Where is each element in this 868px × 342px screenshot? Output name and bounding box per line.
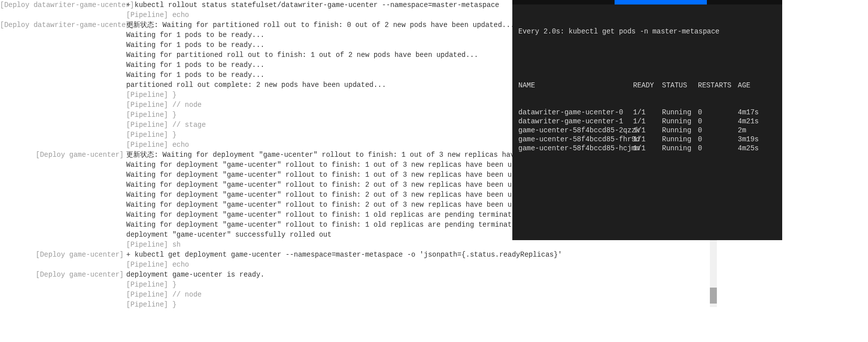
terminal-window[interactable]: Every 2.0s: kubectl get pods -n master-m… [512, 0, 782, 240]
pods-cell-status: Running [662, 126, 698, 135]
log-message: Waiting for 1 pods to be ready... [126, 70, 264, 80]
log-row: [Pipeline] } [0, 300, 693, 310]
terminal-body[interactable]: Every 2.0s: kubectl get pods -n master-m… [512, 4, 782, 195]
log-row: [Pipeline] // node [0, 290, 693, 300]
log-message: + kubectl get deployment game-ucenter --… [126, 250, 562, 260]
pods-cell-name: game-ucenter-58f4bccd85-fhr9d [518, 135, 633, 144]
pods-cell-ready: 1/1 [633, 135, 662, 144]
pods-cell-name: game-ucenter-58f4bccd85-2qzzk [518, 126, 633, 135]
pods-cell-restarts: 0 [698, 117, 738, 126]
pods-table-row: game-ucenter-58f4bccd85-fhr9d1/1Running0… [518, 135, 776, 144]
scrollbar-thumb[interactable] [710, 288, 717, 304]
col-age: AGE [738, 81, 768, 90]
pods-cell-ready: 1/1 [633, 108, 662, 117]
col-status: STATUS [662, 81, 698, 90]
pods-cell-age: 4m17s [738, 108, 768, 117]
pods-cell-name: datawriter-game-ucenter-1 [518, 117, 633, 126]
log-message: Waiting for partitioned roll out to fini… [126, 50, 478, 60]
log-message: Waiting for deployment "game-ucenter" ro… [126, 170, 550, 180]
pods-cell-name: game-ucenter-58f4bccd85-hcjmm [518, 144, 633, 153]
log-stage-tag: [Deploy game-ucenter] [0, 250, 126, 260]
log-message: [Pipeline] } [126, 110, 177, 120]
pods-cell-status: Running [662, 144, 698, 153]
log-message: [Pipeline] echo [126, 140, 189, 150]
log-message: partitioned roll out complete: 2 new pod… [126, 80, 386, 90]
pods-table-row: datawriter-game-ucenter-01/1Running04m17… [518, 108, 776, 117]
log-row: [Deploy game-ucenter]+ kubectl get deplo… [0, 250, 693, 260]
log-message: Waiting for 1 pods to be ready... [126, 40, 264, 50]
pods-cell-ready: 1/1 [633, 126, 662, 135]
pods-table-header: NAME READY STATUS RESTARTS AGE [518, 81, 776, 90]
log-message: + kubectl rollout status statefulset/dat… [126, 0, 499, 10]
log-message: [Pipeline] echo [126, 260, 189, 270]
log-message: Waiting for deployment "game-ucenter" ro… [126, 180, 550, 190]
col-ready: READY [633, 81, 662, 90]
log-stage-tag: [Deploy game-ucenter] [0, 150, 126, 160]
pods-cell-ready: 1/1 [633, 117, 662, 126]
pods-cell-ready: 1/1 [633, 144, 662, 153]
pods-cell-restarts: 0 [698, 135, 738, 144]
terminal-active-tab[interactable] [615, 0, 707, 4]
log-message: Waiting for deployment "game-ucenter" ro… [126, 200, 550, 210]
pods-cell-status: Running [662, 135, 698, 144]
log-row: [Pipeline] } [0, 280, 693, 290]
pods-cell-restarts: 0 [698, 108, 738, 117]
log-stage-tag: [Deploy game-ucenter] [0, 270, 126, 280]
pods-cell-name: datawriter-game-ucenter-0 [518, 108, 633, 117]
pods-cell-status: Running [662, 117, 698, 126]
pods-cell-restarts: 0 [698, 144, 738, 153]
pods-cell-age: 4m21s [738, 117, 768, 126]
log-stage-tag: [Deploy datawriter-game-ucenter] [0, 20, 126, 30]
col-restarts: RESTARTS [698, 81, 738, 90]
log-message: Waiting for deployment "game-ucenter" ro… [126, 210, 537, 220]
log-message: Waiting for deployment "game-ucenter" ro… [126, 190, 550, 200]
log-message: [Pipeline] // node [126, 290, 202, 300]
pods-cell-age: 2m [738, 126, 768, 135]
watch-command-line: Every 2.0s: kubectl get pods -n master-m… [518, 27, 776, 36]
pods-table-row: game-ucenter-58f4bccd85-2qzzk1/1Running0… [518, 126, 776, 135]
log-message: [Pipeline] // stage [126, 120, 206, 130]
log-message: [Pipeline] } [126, 130, 177, 140]
pods-table-row: datawriter-game-ucenter-11/1Running04m21… [518, 117, 776, 126]
pods-cell-restarts: 0 [698, 126, 738, 135]
log-message: Waiting for deployment "game-ucenter" ro… [126, 160, 550, 170]
pods-table-row: game-ucenter-58f4bccd85-hcjmm1/1Running0… [518, 144, 776, 153]
log-message: [Pipeline] } [126, 90, 177, 100]
log-message: [Pipeline] } [126, 280, 177, 290]
log-row: [Pipeline] echo [0, 260, 693, 270]
log-message: [Pipeline] } [126, 300, 177, 310]
log-message: [Pipeline] sh [126, 240, 181, 250]
pods-cell-status: Running [662, 108, 698, 117]
pods-cell-age: 3m19s [738, 135, 768, 144]
col-name: NAME [518, 81, 633, 90]
terminal-tabbar[interactable] [512, 0, 782, 4]
log-message: Waiting for 1 pods to be ready... [126, 30, 264, 40]
log-message: Waiting for deployment "game-ucenter" ro… [126, 220, 537, 230]
screenshot-stage: [Deploy datawriter-game-ucenter]+ kubect… [0, 0, 868, 342]
log-message: Waiting for 1 pods to be ready... [126, 60, 264, 70]
log-message: [Pipeline] // node [126, 100, 202, 110]
pods-cell-age: 4m25s [738, 144, 768, 153]
log-message: 更新状态: Waiting for partitioned roll out t… [126, 20, 515, 30]
pods-table: NAME READY STATUS RESTARTS AGE datawrite… [518, 63, 776, 171]
log-message: deployment game-ucenter is ready. [126, 270, 264, 280]
log-stage-tag: [Deploy datawriter-game-ucenter] [0, 0, 126, 10]
log-row: [Pipeline] sh [0, 240, 693, 250]
log-row: [Deploy game-ucenter]deployment game-uce… [0, 270, 693, 280]
log-message: [Pipeline] echo [126, 10, 189, 20]
log-message: deployment "game-ucenter" successfully r… [126, 230, 332, 240]
